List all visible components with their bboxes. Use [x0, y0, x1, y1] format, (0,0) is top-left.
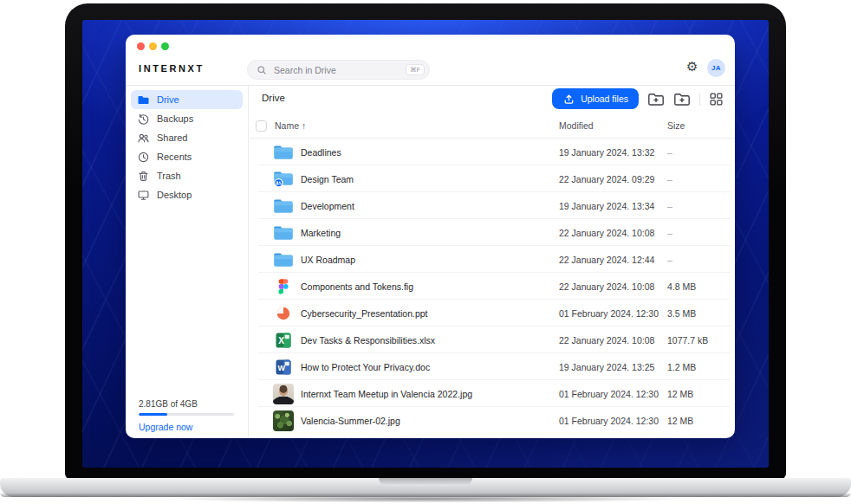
file-modified: 22 January 2024. 09:29 [559, 174, 654, 184]
sidebar-item-drive[interactable]: Drive [131, 90, 243, 109]
file-name: Design Team [301, 174, 354, 184]
file-modified: 22 January 2024. 12:44 [559, 255, 654, 265]
app-window: INTERNXT ⌘F ⚙︎ JA [126, 35, 735, 438]
clock-icon [137, 151, 150, 164]
folder-icon [273, 249, 294, 270]
main-content: Drive Upload files [250, 86, 735, 438]
file-name: Marketing [301, 228, 341, 238]
minimize-button[interactable] [149, 42, 157, 50]
laptop-bezel: INTERNXT ⌘F ⚙︎ JA [65, 3, 786, 479]
breadcrumb[interactable]: Drive [262, 93, 285, 103]
zoom-button[interactable] [161, 42, 169, 50]
sidebar-item-desktop[interactable]: Desktop [131, 185, 243, 204]
sidebar-item-label: Trash [157, 171, 181, 181]
file-name: UX Roadmap [301, 255, 355, 265]
file-size: – [667, 255, 672, 265]
file-modified: 22 January 2024. 10:08 [559, 228, 654, 238]
table-row[interactable]: Cybersecurity_Presentation.ppt 01 Februa… [250, 300, 735, 326]
table-row[interactable]: X Dev Tasks & Responsibilities.xlsx 22 J… [250, 326, 735, 353]
storage-bar-fill [139, 413, 167, 416]
search-bar[interactable]: ⌘F [247, 60, 430, 80]
internxt-logo: INTERNXT [139, 63, 205, 74]
file-size: – [667, 174, 672, 184]
sidebar-item-shared[interactable]: Shared [131, 128, 243, 147]
file-modified: 19 January 2024. 13:34 [559, 201, 654, 211]
search-input[interactable] [272, 64, 401, 76]
file-list: Deadlines 19 January 2024. 13:32 – Desig… [250, 139, 735, 434]
upgrade-link[interactable]: Upgrade now [139, 422, 234, 432]
sidebar-item-label: Drive [157, 94, 179, 105]
file-size: 3.5 MB [667, 308, 696, 319]
table-row[interactable]: Design Team 22 January 2024. 09:29 – [250, 165, 735, 192]
file-modified: 01 February 2024. 12:30 [559, 416, 659, 426]
table-row[interactable]: W How to Protect Your Privacy.doc 19 Jan… [250, 353, 735, 380]
sidebar-item-trash[interactable]: Trash [131, 166, 243, 185]
file-name: How to Protect Your Privacy.doc [301, 362, 430, 372]
sidebar-item-recents[interactable]: Recents [131, 147, 243, 166]
column-name-label: Name [275, 120, 299, 131]
table-row[interactable]: Deadlines 19 January 2024. 13:32 – [250, 139, 735, 165]
file-modified: 01 February 2024. 12:30 [559, 308, 659, 319]
file-size: 4.8 MB [667, 281, 696, 292]
laptop-shadow [52, 497, 799, 503]
desktop-wallpaper: INTERNXT ⌘F ⚙︎ JA [82, 20, 769, 468]
table-row[interactable]: Development 19 January 2024. 13:34 – [250, 192, 735, 219]
backup-clock-icon [137, 113, 150, 126]
file-size: 1.2 MB [667, 362, 696, 372]
new-folder-button[interactable] [673, 92, 691, 107]
monitor-icon [137, 189, 150, 202]
file-name: Components and Tokens.fig [301, 281, 413, 292]
folder-icon [273, 223, 294, 243]
table-row[interactable]: Internxt Team Meetup in Valencia 2022.jp… [250, 380, 735, 407]
people-icon [137, 132, 150, 145]
file-modified: 22 January 2024. 10:08 [559, 335, 654, 346]
sidebar-item-backups[interactable]: Backups [131, 109, 243, 128]
folder-icon [273, 196, 294, 216]
upload-icon [562, 93, 575, 106]
table-row[interactable]: Components and Tokens.fig 22 January 202… [250, 273, 735, 300]
excel-icon: X [273, 330, 294, 351]
trash-icon [137, 170, 150, 183]
file-size: – [667, 201, 672, 211]
sidebar: Drive Backups Shared [126, 86, 249, 438]
column-modified[interactable]: Modified [559, 120, 594, 131]
close-button[interactable] [137, 42, 145, 50]
upload-button-label: Upload files [581, 94, 628, 104]
avatar[interactable]: JA [707, 59, 725, 77]
upload-files-button[interactable]: Upload files [552, 88, 639, 109]
search-icon [255, 63, 268, 76]
window-controls [137, 42, 169, 50]
window-header: INTERNXT ⌘F ⚙︎ JA [126, 35, 735, 86]
storage-usage-label: 2.81GB of 4GB [139, 399, 234, 409]
upload-folder-button[interactable] [647, 92, 665, 107]
column-name[interactable]: Name↑ [275, 120, 306, 131]
settings-gear-icon[interactable]: ⚙︎ [686, 60, 698, 73]
file-size: – [667, 228, 672, 238]
photo-person-icon [273, 384, 294, 404]
figma-icon [273, 276, 294, 297]
toolbar-divider [699, 93, 700, 106]
sidebar-item-label: Shared [157, 132, 187, 143]
grid-view-button[interactable] [709, 92, 724, 107]
search-shortcut-badge: ⌘F [406, 64, 425, 75]
laptop-notch [379, 478, 472, 486]
sort-arrow-icon: ↑ [302, 120, 306, 131]
photo-foliage-icon [273, 410, 294, 431]
select-all-checkbox[interactable] [256, 120, 267, 132]
file-name: Valencia-Summer-02.jpg [301, 416, 400, 426]
table-header: Name↑ Modified Size [250, 119, 735, 139]
file-size: 1077.7 kB [667, 335, 708, 346]
file-name: Cybersecurity_Presentation.ppt [301, 308, 428, 319]
table-row[interactable]: Marketing 22 January 2024. 10:08 – [250, 219, 735, 246]
folder-icon [273, 142, 294, 163]
file-name: Dev Tasks & Responsibilities.xlsx [301, 335, 435, 346]
svg-text:W: W [278, 364, 286, 372]
file-modified: 01 February 2024. 12:30 [559, 389, 659, 399]
toolbar: Upload files [552, 87, 724, 110]
file-name: Deadlines [301, 147, 341, 158]
column-size[interactable]: Size [667, 120, 685, 131]
file-size: 12 MB [667, 416, 693, 426]
table-row[interactable]: Valencia-Summer-02.jpg 01 February 2024.… [250, 407, 735, 434]
page-background: INTERNXT ⌘F ⚙︎ JA [0, 0, 851, 504]
table-row[interactable]: UX Roadmap 22 January 2024. 12:44 – [250, 246, 735, 273]
